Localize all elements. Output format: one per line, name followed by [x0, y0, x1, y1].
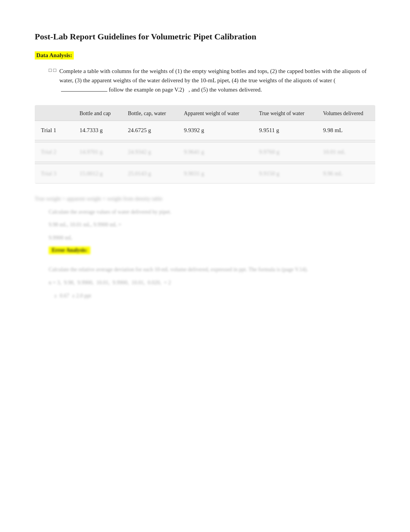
bullet-square-1: □ [49, 67, 52, 73]
data-table-wrapper: Bottle and cap Bottle, cap, water Appare… [35, 105, 375, 184]
page-title: Post-Lab Report Guidelines for Volumetri… [35, 31, 375, 43]
relative-avg-deviation-instruction: Calculate the relative average deviation… [49, 265, 375, 274]
average-result: 9.9900 mL [49, 233, 375, 243]
col-header-label [35, 105, 73, 121]
row-volumes: 9.96 mL [317, 164, 375, 183]
row-bottle-cap-water: 24.9342 g [122, 142, 178, 161]
equation-line: n = 3, 9.98, 9.9900, 10.01, 9.9900, 10.0… [49, 278, 375, 287]
row-bottle-cap-water: 25.0143 g [122, 164, 178, 183]
table-row: Trial 214.9701 g24.9342 g9.9641 g9.9760 … [35, 142, 375, 161]
bullet-item: □ □ Complete a table with columns for th… [49, 66, 375, 94]
row-bottle-cap: 14.9701 g [73, 142, 122, 161]
col-header-apparent: Apparent weight of water [178, 105, 253, 121]
row-apparent: 9.9641 g [178, 142, 253, 161]
row-true: 9.9760 g [253, 142, 317, 161]
error-analysis-label: Error Analysis: [49, 246, 90, 254]
row-apparent: 9.9392 g [178, 121, 253, 140]
row-label: Trial 3 [35, 164, 73, 183]
section-label: Data Analysis: [35, 51, 375, 66]
row-label: Trial 1 [35, 121, 73, 140]
bullet-square-2: □ [53, 67, 56, 73]
data-analysis-label: Data Analysis: [35, 51, 74, 59]
blank-space [61, 91, 107, 92]
data-table: Bottle and cap Bottle, cap, water Appare… [35, 105, 375, 184]
lower-bullet-section: Calculate the average values of water de… [49, 207, 375, 301]
row-true: 9.9150 g [253, 164, 317, 183]
average-calc-instruction: Calculate the average values of water de… [49, 207, 375, 217]
row-bottle-cap: 15.0012 g [73, 164, 122, 183]
lower-section: True weight = apparent weight × weight f… [35, 194, 375, 301]
row-label: Trial 2 [35, 142, 73, 161]
bullet-section: □ □ Complete a table with columns for th… [49, 66, 375, 94]
table-row: Trial 315.0012 g25.0143 g9.9031 g9.9150 … [35, 164, 375, 183]
bullet-symbols: □ □ [49, 67, 56, 73]
table-header-row: Bottle and cap Bottle, cap, water Appare… [35, 105, 375, 121]
col-header-true: True weight of water [253, 105, 317, 121]
row-bottle-cap-water: 24.6725 g [122, 121, 178, 140]
bullet-text: Complete a table with columns for the we… [59, 66, 375, 94]
row-true: 9.9511 g [253, 121, 317, 140]
result-line: ± 0.67 ± 2.0 ppt [49, 291, 375, 301]
row-volumes: 9.98 mL [317, 121, 375, 140]
true-weight-formula: True weight = apparent weight × weight f… [35, 194, 375, 204]
row-bottle-cap: 14.7333 g [73, 121, 122, 140]
col-header-bottle-cap: Bottle and cap [73, 105, 122, 121]
col-header-volumes: Volumes delivered [317, 105, 375, 121]
col-header-bottle-cap-water: Bottle, cap, water [122, 105, 178, 121]
average-values-line: 9.98 mL, 10.01 mL, 9.9900 mL = [49, 220, 375, 229]
row-apparent: 9.9031 g [178, 164, 253, 183]
table-row: Trial 114.7333 g24.6725 g9.9392 g9.9511 … [35, 121, 375, 140]
row-volumes: 10.01 mL [317, 142, 375, 161]
